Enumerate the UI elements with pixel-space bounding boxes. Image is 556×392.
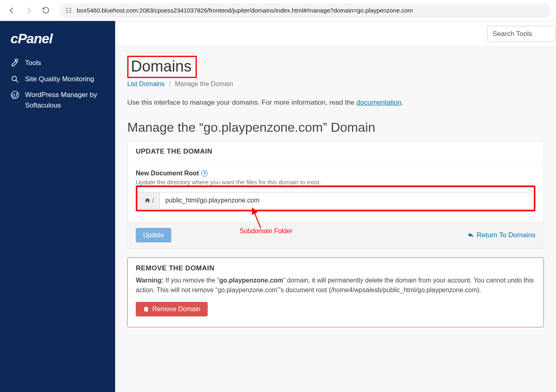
main-content: Search Tools Domains List Domains / Mana… bbox=[115, 21, 556, 392]
manage-domain-heading: Manage the “go.playpenzone.com” Domain bbox=[127, 120, 544, 135]
wordpress-icon bbox=[11, 91, 19, 99]
update-button[interactable]: Update bbox=[136, 228, 171, 242]
page-title: Domains bbox=[128, 57, 196, 77]
site-settings-icon bbox=[65, 6, 73, 15]
annotation-label: Subdomain Folder bbox=[240, 228, 293, 235]
documentation-link[interactable]: documentation bbox=[356, 99, 402, 106]
breadcrumb-separator: / bbox=[169, 80, 171, 87]
svg-point-6 bbox=[12, 76, 17, 80]
return-to-domains-link[interactable]: Return To Domains bbox=[467, 231, 535, 239]
forward-button[interactable] bbox=[22, 4, 36, 17]
svg-point-5 bbox=[70, 12, 71, 13]
update-domain-panel: UPDATE THE DOMAIN New Document Root ? Up… bbox=[127, 141, 544, 249]
sidebar-item-tools[interactable]: Tools bbox=[11, 58, 105, 68]
svg-line-8 bbox=[253, 208, 261, 228]
breadcrumb-link[interactable]: List Domains bbox=[127, 80, 164, 87]
svg-rect-1 bbox=[66, 10, 68, 11]
home-path-prefix: / bbox=[138, 192, 159, 209]
update-panel-header: UPDATE THE DOMAIN bbox=[128, 141, 543, 162]
breadcrumb-current: Manage the Domain bbox=[175, 80, 233, 87]
search-tools-input[interactable]: Search Tools bbox=[487, 26, 556, 42]
trash-icon bbox=[143, 306, 149, 312]
svg-rect-3 bbox=[70, 10, 72, 11]
sidebar: cPanel Tools Site Quality Monitoring Wor… bbox=[0, 21, 115, 392]
remove-domain-button[interactable]: Remove Domain bbox=[136, 302, 208, 316]
url-text: box5460.bluehost.com:2083/cpsess23410378… bbox=[77, 7, 413, 14]
cpanel-logo: cPanel bbox=[11, 31, 105, 46]
svg-rect-0 bbox=[66, 8, 68, 9]
document-root-highlight: / bbox=[136, 185, 535, 211]
back-button[interactable] bbox=[5, 4, 19, 17]
topbar: Search Tools bbox=[115, 21, 556, 47]
field-help-text: Update the directory where you want the … bbox=[136, 179, 535, 185]
magnify-icon bbox=[11, 75, 19, 84]
intro-text: Use this interface to manage your domain… bbox=[127, 97, 544, 108]
help-icon[interactable]: ? bbox=[201, 170, 208, 177]
new-document-root-label: New Document Root ? bbox=[136, 170, 535, 177]
document-root-input[interactable] bbox=[159, 192, 533, 209]
sidebar-item-label: Tools bbox=[25, 58, 41, 68]
sidebar-item-label: Site Quality Monitoring bbox=[25, 74, 94, 84]
annotation-arrow bbox=[249, 206, 265, 230]
svg-rect-2 bbox=[70, 8, 72, 9]
update-panel-footer: Update Return To Domains bbox=[128, 222, 543, 248]
remove-domain-panel: REMOVE THE DOMAIN Warning: If you remove… bbox=[127, 257, 544, 328]
page-title-highlight: Domains bbox=[127, 56, 197, 78]
sidebar-item-wordpress[interactable]: WordPress Manager by Softaculous bbox=[11, 90, 105, 110]
remove-warning-text: Warning: If you remove the “go.playpenzo… bbox=[136, 276, 535, 296]
remove-panel-header: REMOVE THE DOMAIN bbox=[128, 258, 543, 276]
return-arrow-icon bbox=[467, 232, 474, 238]
tools-icon bbox=[11, 59, 19, 67]
breadcrumb: List Domains / Manage the Domain bbox=[127, 80, 544, 88]
home-icon bbox=[144, 197, 151, 204]
browser-toolbar: box5460.bluehost.com:2083/cpsess23410378… bbox=[0, 0, 556, 21]
svg-point-4 bbox=[66, 12, 67, 13]
address-bar[interactable]: box5460.bluehost.com:2083/cpsess23410378… bbox=[59, 3, 551, 18]
sidebar-item-site-quality[interactable]: Site Quality Monitoring bbox=[11, 74, 105, 84]
reload-button[interactable] bbox=[39, 4, 53, 17]
sidebar-item-label: WordPress Manager by Softaculous bbox=[25, 90, 105, 110]
